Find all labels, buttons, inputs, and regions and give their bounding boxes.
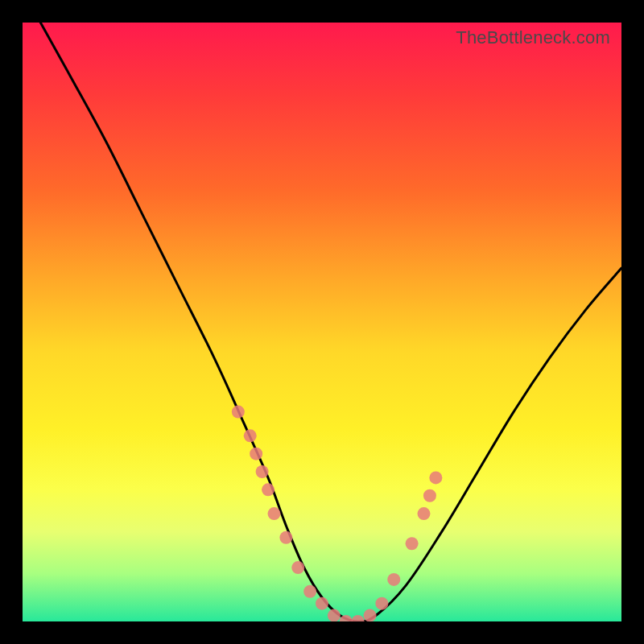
data-point: [279, 531, 292, 544]
data-point: [244, 429, 257, 442]
data-point: [406, 537, 419, 550]
data-point: [232, 406, 245, 419]
chart-svg: [23, 23, 621, 621]
data-point: [303, 585, 316, 598]
chart-frame: TheBottleneck.com: [0, 0, 644, 644]
data-point: [316, 597, 328, 610]
data-point: [352, 615, 365, 621]
data-point: [262, 483, 275, 496]
data-point: [256, 465, 269, 478]
data-point: [250, 448, 262, 460]
data-point: [291, 561, 304, 574]
plot-area: TheBottleneck.com: [23, 23, 621, 621]
data-point: [375, 597, 388, 610]
sample-points: [232, 406, 443, 621]
data-point: [423, 489, 436, 502]
data-point: [328, 609, 341, 621]
data-point: [267, 507, 280, 520]
data-point: [417, 507, 430, 520]
data-point: [429, 471, 442, 484]
bottleneck-curve: [40, 23, 621, 621]
data-point: [364, 609, 377, 621]
data-point: [387, 573, 400, 586]
curve-line: [40, 23, 621, 621]
